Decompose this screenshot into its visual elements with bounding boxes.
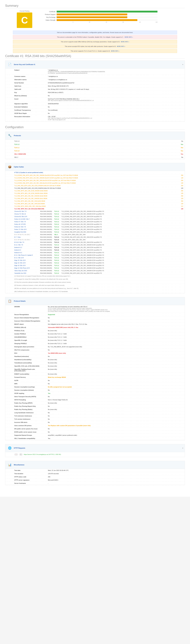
kv-row: Session resumption (caching)No (IDs assi… — [5, 385, 185, 388]
kv-row: HSTS PreloadingNot in: Chrome Edge Firef… — [5, 398, 185, 402]
bar-label: Key Exchange — [41, 16, 55, 18]
bar-label: Cipher Strength — [41, 19, 55, 21]
kv-row: GOLDENDOODLENo (more info) TLS 1.2 : 0x3… — [5, 336, 185, 339]
cert-card: 📄 Server Key and Certificate #1 ▾ Subjec… — [5, 60, 185, 122]
kv-row: Valid fromWed, 05 Aug 2020 00:00:00 UTC — [5, 84, 185, 88]
kv-row: Supported Named Groupssecp256r1, secp384… — [5, 434, 185, 437]
kv-row: Subject*.wingtiptoys.caFingerprint SHA25… — [5, 68, 185, 75]
kv-row: Heartbleed (vulnerability)No (more info) — [5, 358, 185, 361]
kv-row: Public Key Pinning (Static)No (more info… — [5, 408, 185, 411]
client-link[interactable]: IE 7 / Vista — [14, 236, 40, 238]
protocols-title: Protocols — [14, 135, 21, 136]
grade-badge: C — [17, 12, 32, 28]
client-link[interactable]: Edge 18 / Win 10 R — [14, 265, 40, 266]
suites-icon: 📦 — [7, 164, 13, 170]
http-card: 🌐 HTTP Requests ▾ − 1 https://server-201… — [5, 444, 185, 457]
client-link[interactable]: Googlebot Feb 2018 — [14, 231, 40, 233]
bar-label: Protocol Support — [41, 14, 55, 15]
kv-row: TLS version intoleranceNo — [5, 418, 185, 421]
kv-row: Ticketbleed (vulnerability)No (more info… — [5, 361, 185, 364]
kv-row: ROBOT (vulnerability)No (more info) — [5, 372, 185, 376]
client-link[interactable]: IE 6 / XP No FS 1 No SNI 2 — [14, 234, 40, 235]
details-card: 📋 Protocol Details DROWNNo, server keys … — [5, 297, 185, 440]
kv-row: TLS extension intoleranceNo — [5, 414, 185, 418]
suites-subhead: # TLS 1.2 (suites in server-preferred or… — [5, 171, 185, 174]
config-heading: Configuration — [5, 125, 185, 129]
client-link[interactable]: Chrome 80 / Win 10 R — [14, 216, 40, 217]
misc-card: 📊 Miscellaneous Test dateWed, 22 Jun 202… — [5, 461, 185, 485]
client-link[interactable]: Edge 16 / Win 10 R — [14, 262, 40, 264]
kv-row: Incorrect SNI alertsNo — [5, 421, 185, 424]
kv-row: OpenSSL Padding Oracle vuln.(CVE-2016-21… — [5, 368, 185, 372]
kv-row: OCSP Must StapleNo — [5, 112, 185, 115]
kv-row: Common names*.wingtiptoys.ca — [5, 75, 185, 78]
client-link[interactable]: Chrome 70 / Win 10 — [14, 213, 40, 215]
kv-row: Revocation informationCRL, OCSPCRL: http… — [5, 115, 185, 121]
client-link[interactable]: Edge 13 / Win Phone 10 R — [14, 268, 40, 269]
client-link[interactable]: Android 4.3 — [14, 249, 40, 251]
client-link[interactable]: Android 4.2.2 — [14, 247, 40, 248]
protocols-icon: 🔧 — [7, 133, 13, 138]
minus-icon[interactable]: − — [14, 454, 18, 456]
client-link[interactable]: IE 11 / Win Phone 8.1 Update R — [14, 254, 40, 256]
kv-row: ECDH public server param reuseNo — [5, 430, 185, 434]
kv-row: Sleeping POODLENo (more info) TLS 1.2 : … — [5, 342, 185, 345]
collapse-icon[interactable]: ▾ — [182, 447, 183, 449]
kv-row: Certificate TransparencyYes (certificate… — [5, 108, 185, 112]
kv-row: Alternative names*.wingtiptoys.ca wingti… — [5, 78, 185, 81]
client-link[interactable]: Chrome 69 / Win 7 R — [14, 211, 40, 212]
client-link[interactable]: Android 4.4.2 — [14, 252, 40, 253]
kv-row: BEAST attackNot mitigated server-side (m… — [5, 323, 185, 326]
suites-card: 📦 Cipher Suites # TLS 1.2 (suites in ser… — [5, 163, 185, 293]
client-link[interactable]: IE 8-10 / Win 7 R — [14, 242, 40, 243]
cert-card-title: Server Key and Certificate #1 — [14, 64, 35, 66]
client-link[interactable]: YandexBot Jan 2015 — [14, 272, 40, 274]
client-link[interactable]: Firefox 73 / Win 10 R — [14, 229, 40, 230]
client-link[interactable]: IE 11 / Win 7 R — [14, 244, 40, 246]
banner: This server supports TLS 1.0 and TLS 1.1… — [13, 49, 177, 53]
kv-row: SSL/TLS compressionNo — [5, 348, 185, 352]
client-link[interactable]: Edge 15 / Win 10 R — [14, 260, 40, 261]
kv-row: Zombie POODLENo (more info) TLS 1.2 : 0x… — [5, 332, 185, 336]
client-link[interactable]: Firefox 31.3.0 ESR / Win 7 — [14, 218, 40, 220]
more-link[interactable]: MORE INFO » — [121, 41, 129, 42]
client-link[interactable]: Firefox 62 / Win 7 R — [14, 226, 40, 228]
kv-row: Secure RenegotiationSupported — [5, 313, 185, 316]
rating-row: Overall Rating C Certificate Protocol Su… — [13, 10, 185, 28]
banner: This server is vulnerable to the POODLE … — [13, 35, 177, 39]
kv-row: Secure Client-Initiated RenegotiationNo — [5, 316, 185, 320]
more-link[interactable]: MORE INFO » — [117, 46, 125, 47]
client-link[interactable]: Firefox 49 / XP SP3 — [14, 224, 40, 225]
http-url[interactable]: https://server-2012-2-iis.wingtiptoys.ca… — [24, 454, 61, 455]
kv-row: HTTP status code200 — [5, 475, 185, 478]
kv-row: Long handshake intoleranceNo — [5, 411, 185, 414]
bar-label: Certificate — [41, 11, 55, 12]
kv-row: Session resumption (tickets)No — [5, 388, 185, 392]
kv-row: NPNNo — [5, 382, 185, 385]
protocols-card: 🔧 Protocols TLS 1.3NoTLS 1.2YesTLS 1.1Ye… — [5, 132, 185, 159]
details-icon: 📋 — [7, 298, 13, 304]
kv-row: DROWNNo, server keys and hostname not se… — [5, 305, 185, 313]
kv-row: Weak key (Debian)No — [5, 94, 185, 97]
misc-icon: 📊 — [7, 462, 13, 468]
http-index: 1 — [19, 454, 23, 456]
kv-row: Insecure Client-Initiated RenegotiationN… — [5, 320, 185, 323]
suites-title: Cipher Suites — [14, 166, 24, 168]
kv-row: Signature algorithmSHA256withRSA — [5, 102, 185, 105]
client-link[interactable]: IE 8 / XP No FS 1 No SNI 2 — [14, 239, 40, 240]
client-link[interactable]: Yahoo Slurp Jan 2015 — [14, 270, 40, 272]
kv-row: OpenSSL 0-LengthNo (more info) TLS 1.2 :… — [5, 339, 185, 342]
collapse-icon[interactable]: ▾ — [182, 64, 183, 66]
details-title: Protocol Details — [14, 300, 26, 302]
more-link[interactable]: MORE INFO » — [125, 36, 133, 38]
kv-row: Extended ValidationNo — [5, 105, 185, 108]
http-icon: 🌐 — [7, 445, 13, 451]
kv-row: ALPNNo — [5, 379, 185, 382]
kv-row: OCSP staplingYes — [5, 392, 185, 395]
client-link[interactable]: Firefox 47 / Win 7 R — [14, 221, 40, 222]
client-link[interactable]: IE 11 / Win 10 R — [14, 257, 40, 258]
score-bars: Certificate Protocol Support Key Exchang… — [41, 10, 157, 23]
banner: This server supports weak Diffie-Hellman… — [13, 40, 177, 44]
more-link[interactable]: MORE INFO » — [111, 50, 119, 52]
kv-row: DH public server param (Ys) reuseNo — [5, 427, 185, 430]
